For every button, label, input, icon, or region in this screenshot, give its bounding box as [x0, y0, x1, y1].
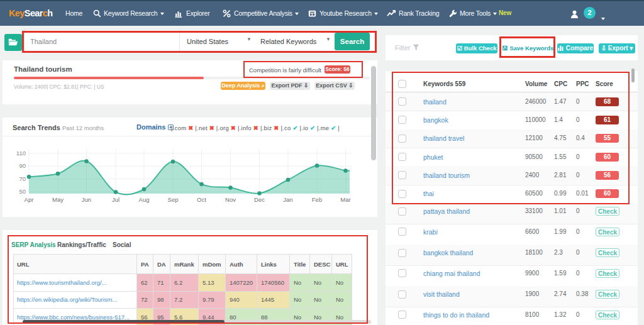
svg-text:Jan: Jan [283, 196, 292, 203]
svg-text:Aug: Aug [139, 196, 150, 203]
svg-text:Jun: Jun [82, 196, 91, 203]
svg-text:May: May [52, 196, 64, 203]
svg-text:Jul: Jul [112, 196, 119, 203]
svg-text:50: 50 [19, 188, 26, 195]
svg-text:Nov: Nov [225, 196, 236, 203]
svg-text:70: 70 [19, 175, 26, 182]
svg-text:Oct: Oct [197, 196, 206, 203]
svg-text:Mar: Mar [340, 196, 350, 203]
svg-text:Feb: Feb [312, 196, 322, 203]
svg-text:Apr: Apr [25, 196, 34, 203]
svg-text:Dec: Dec [254, 196, 265, 203]
svg-text:90: 90 [19, 162, 26, 169]
svg-text:110: 110 [16, 150, 26, 157]
svg-text:Sep: Sep [168, 196, 179, 203]
